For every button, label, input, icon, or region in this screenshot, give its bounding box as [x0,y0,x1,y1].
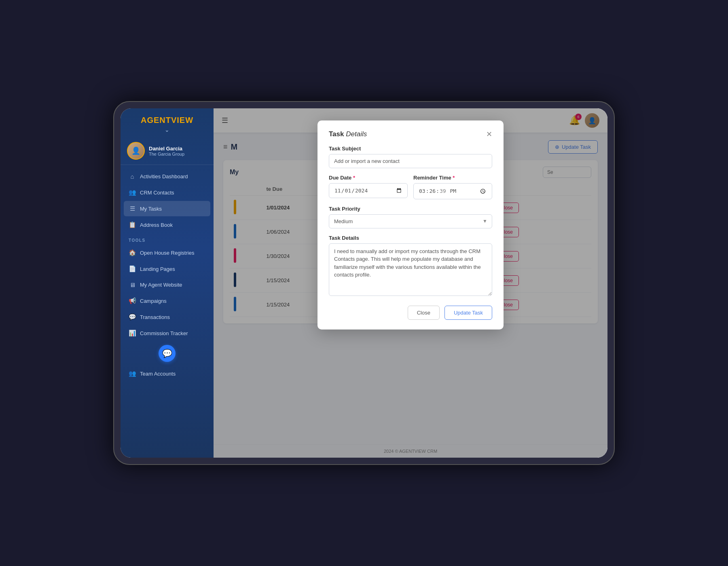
sidebar-chevron-icon[interactable]: ⌄ [165,127,169,133]
task-details-label: Task Details [329,235,492,241]
sidebar-item-label: Commission Tracker [140,330,188,336]
sidebar-item-label: Team Accounts [140,371,176,377]
modal-title: Task Details [329,130,367,138]
profile-company: The Garcia Group [149,152,184,156]
task-subject-label: Task Subject [329,146,492,152]
tablet-frame: AGENTVIEW ⌄ 👤 Daniel Garcia The Garcia G… [113,101,615,465]
address-icon: 📋 [129,221,136,228]
modal-overlay: Task Details ✕ Task Subject Due Date * [214,108,607,458]
sidebar-item-label: Activities Dashboard [140,173,188,180]
logo: AGENTVIEW [141,116,193,125]
due-date-group: Due Date * [329,175,408,199]
sidebar-item-crm[interactable]: 👥 CRM Contacts [124,185,210,200]
campaigns-icon: 📢 [129,297,136,304]
sidebar-item-commission[interactable]: 📊 Commission Tracker [124,325,210,341]
modal-footer: Close Update Task [329,306,492,320]
task-priority-label: Task Priority [329,206,492,212]
task-subject-input[interactable] [329,154,492,168]
tasks-icon: ☰ [129,205,136,212]
modal-title-bold: Task [329,130,344,138]
reminder-time-label: Reminder Time * [413,175,492,181]
tools-label: TOOLS [124,233,210,245]
sidebar-item-openhouse[interactable]: 🏠 Open House Registries [124,245,210,260]
main-content: ☰ 🔔 6 👤 ≡ M ⊕ Updat [214,108,607,458]
logo-agent: AGENT [141,116,171,125]
avatar: 👤 [127,142,145,160]
required-star: * [353,175,355,181]
sidebar-item-website[interactable]: 🖥 My Agent Website [124,277,210,292]
sidebar-item-tasks[interactable]: ☰ My Tasks [124,201,210,216]
sidebar-item-address[interactable]: 📋 Address Book [124,217,210,232]
modal-title-italic: Details [346,130,367,138]
modal-close-btn[interactable]: Close [408,306,440,320]
transactions-icon: 💬 [129,313,136,321]
task-priority-group: Task Priority Low Medium High ▼ [329,206,492,228]
tablet-screen: AGENTVIEW ⌄ 👤 Daniel Garcia The Garcia G… [121,108,607,458]
sidebar-item-label: My Agent Website [140,282,182,288]
sidebar-item-label: Campaigns [140,298,167,304]
due-date-input[interactable] [329,183,408,198]
task-details-modal: Task Details ✕ Task Subject Due Date * [317,120,504,329]
logo-view: VIEW [171,116,193,125]
home-icon: ⌂ [129,173,136,180]
reminder-time-group: Reminder Time * [413,175,492,199]
task-subject-group: Task Subject [329,146,492,168]
reminder-time-input[interactable] [413,183,492,199]
date-time-row: Due Date * Reminder Time * [329,175,492,206]
sidebar-item-label: Transactions [140,314,170,320]
sidebar: AGENTVIEW ⌄ 👤 Daniel Garcia The Garcia G… [121,108,214,458]
profile-name: Daniel Garcia [149,146,184,152]
required-star: * [453,175,455,181]
sidebar-item-team[interactable]: 👥 Team Accounts [124,366,210,381]
sidebar-item-label: Open House Registries [140,250,194,256]
modal-header: Task Details ✕ [329,130,492,138]
task-details-textarea[interactable]: I need to manually add or import my cont… [329,243,492,296]
sidebar-item-label: CRM Contacts [140,190,174,196]
due-date-label: Due Date * [329,175,408,181]
sidebar-item-activities[interactable]: ⌂ Activities Dashboard [124,169,210,184]
sidebar-logo: AGENTVIEW ⌄ [121,108,214,137]
priority-select-wrapper: Low Medium High ▼ [329,214,492,228]
sidebar-item-label: Address Book [140,222,173,228]
landing-icon: 📄 [129,265,136,272]
modal-update-task-button[interactable]: Update Task [444,306,492,320]
openhouse-icon: 🏠 [129,249,136,256]
website-icon: 🖥 [129,281,136,288]
commission-icon: 📊 [129,329,136,337]
task-details-group: Task Details I need to manually add or i… [329,235,492,298]
chat-bubble-button[interactable]: 💬 [159,345,176,362]
team-icon: 👥 [129,370,136,377]
sidebar-nav: ⌂ Activities Dashboard 👥 CRM Contacts ☰ … [121,169,214,458]
sidebar-item-transactions[interactable]: 💬 Transactions [124,309,210,325]
sidebar-item-label: Landing Pages [140,266,175,272]
task-priority-select[interactable]: Low Medium High [329,214,492,228]
contacts-icon: 👥 [129,189,136,196]
modal-close-button[interactable]: ✕ [486,131,492,138]
sidebar-item-landing[interactable]: 📄 Landing Pages [124,261,210,277]
sidebar-profile: 👤 Daniel Garcia The Garcia Group [121,137,214,165]
sidebar-item-campaigns[interactable]: 📢 Campaigns [124,293,210,308]
sidebar-item-label: My Tasks [140,206,162,212]
profile-info: Daniel Garcia The Garcia Group [149,146,184,156]
